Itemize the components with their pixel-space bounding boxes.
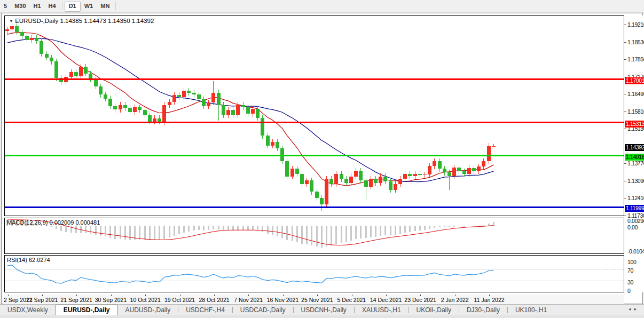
- date-tick-mark: [8, 295, 9, 296]
- candle-body: [15, 26, 19, 32]
- timeframe-button-w1[interactable]: W1: [81, 2, 97, 11]
- candle-body: [20, 32, 24, 36]
- price-tick-mark: [624, 216, 626, 216]
- candle-body: [433, 161, 436, 166]
- date-label: 21 Sep 2021: [60, 297, 92, 303]
- date-tick-mark: [283, 295, 284, 296]
- candle-body: [334, 174, 338, 184]
- candle-body: [123, 105, 127, 108]
- candle-body: [177, 95, 181, 97]
- candle-body: [148, 115, 152, 122]
- candle-body: [202, 99, 206, 106]
- timeframe-button-m30[interactable]: M30: [11, 2, 29, 11]
- tab-scroll-arrows: ◂▸: [629, 306, 640, 312]
- timeframe-button-5[interactable]: 5: [0, 2, 11, 11]
- macd-panel[interactable]: MACD(12,26,9) 0.002009 0.000481: [4, 218, 624, 254]
- tab-scroll-left-icon[interactable]: ◂: [629, 306, 634, 312]
- timeframe-toolbar: 5M30H1H4D1W1MN: [0, 0, 644, 13]
- candle-body: [251, 109, 255, 114]
- candle-body: [143, 110, 147, 115]
- candle-body: [408, 174, 412, 176]
- candle-body: [305, 180, 309, 184]
- support-line-blue[interactable]: [5, 206, 624, 208]
- rsi-line: [7, 265, 494, 283]
- candle-body: [168, 102, 171, 105]
- date-label: 12 Sep 2021: [26, 297, 58, 303]
- toolbar-separator: [62, 2, 62, 10]
- candle-body: [394, 184, 397, 190]
- candle-body: [241, 105, 245, 108]
- tab-usdcad-daily[interactable]: USDCAD-,Daily: [233, 305, 293, 315]
- bottom-strip: [0, 315, 644, 318]
- candle-body: [492, 146, 496, 147]
- date-label: 14 Dec 2021: [370, 297, 402, 303]
- candle-body: [192, 93, 196, 95]
- date-tick-mark: [317, 295, 318, 296]
- macd-axis-label: 0.00: [627, 224, 638, 230]
- tab-usdchf-h4[interactable]: USDCHF-,H4: [178, 305, 232, 315]
- timeframe-button-d1[interactable]: D1: [65, 2, 81, 12]
- date-label: 30 Sep 2021: [95, 297, 127, 303]
- date-tick-mark: [386, 295, 387, 296]
- date-tick-mark: [214, 295, 215, 296]
- candle-body: [50, 58, 53, 61]
- date-tick-mark: [42, 295, 43, 296]
- candle-body: [236, 105, 240, 115]
- candle-body: [54, 61, 58, 78]
- candle-body: [266, 136, 270, 146]
- candle-body: [462, 171, 466, 174]
- date-label: 19 Oct 2021: [164, 297, 195, 303]
- rsi-axis-label: 0: [627, 288, 630, 294]
- timeframe-button-h1[interactable]: H1: [30, 2, 45, 11]
- date-tick-mark: [76, 295, 77, 296]
- tab-dj30-daily[interactable]: DJ30-,Daily: [459, 305, 507, 315]
- price-tick-label: 1.13770: [627, 160, 644, 166]
- candle-body: [226, 110, 230, 115]
- candle-body: [315, 192, 319, 198]
- candle-body: [344, 179, 348, 182]
- rsi-panel[interactable]: RSI(14) 62.0274: [4, 255, 624, 292]
- candle-body: [5, 29, 9, 30]
- tab-usdx-weekly[interactable]: USDX,Weekly: [0, 305, 56, 315]
- candle-body: [443, 169, 446, 172]
- date-label: 11 Jan 2022: [474, 297, 505, 303]
- tab-scroll-right-icon[interactable]: ▸: [634, 306, 640, 312]
- timeframe-button-mn[interactable]: MN: [97, 2, 113, 11]
- tab-xauusd-h1[interactable]: XAUUSD-,H1: [355, 305, 409, 315]
- candle-body: [285, 161, 289, 177]
- candle-body: [40, 41, 43, 54]
- candle-body: [197, 94, 201, 99]
- tab-uk100-h1[interactable]: UK100-,H1: [508, 305, 554, 315]
- price-chart-panel[interactable]: ▼ EURUSD-,Daily 1.14385 1.14473 1.14350 …: [4, 15, 624, 216]
- tab-usdcnh-daily[interactable]: USDCNH-,Daily: [294, 305, 354, 315]
- price-tick-mark: [624, 198, 626, 198]
- date-tick-mark: [455, 295, 455, 296]
- price-tick-mark: [624, 25, 626, 25]
- rsi-axis-label: 100: [627, 259, 636, 265]
- resistance-line-1[interactable]: [5, 78, 624, 80]
- price-tick-label: 1.16490: [627, 91, 644, 97]
- price-tick-mark: [624, 94, 626, 94]
- candle-body: [217, 93, 221, 105]
- tab-eurusd-daily[interactable]: EURUSD-,Daily: [56, 305, 118, 315]
- candle-body: [364, 180, 368, 187]
- candle-body: [379, 177, 382, 183]
- tab-audusd-daily[interactable]: AUDUSD-,Daily: [117, 305, 178, 315]
- price-tick-mark: [624, 129, 626, 129]
- timeframe-button-h4[interactable]: H4: [45, 2, 60, 11]
- date-label: 7 Nov 2021: [234, 297, 263, 303]
- candle-body: [45, 54, 49, 58]
- candle-body: [256, 109, 260, 118]
- rsi-label: RSI(14) 62.0274: [7, 257, 50, 263]
- candle-body: [320, 198, 324, 204]
- tab-ukoil-daily[interactable]: UKOil-,Daily: [409, 305, 459, 315]
- support-line-green[interactable]: [5, 155, 624, 156]
- chart-dropdown-icon[interactable]: ▼: [9, 19, 13, 23]
- candle-body: [383, 177, 387, 182]
- candle-body: [300, 174, 304, 184]
- candle-body: [138, 107, 142, 110]
- candle-body: [418, 174, 422, 175]
- price-axis[interactable]: 1.192101.185301.178501.171701.164901.158…: [624, 15, 644, 292]
- resistance-line-2[interactable]: [5, 122, 624, 123]
- candle-body: [133, 107, 137, 112]
